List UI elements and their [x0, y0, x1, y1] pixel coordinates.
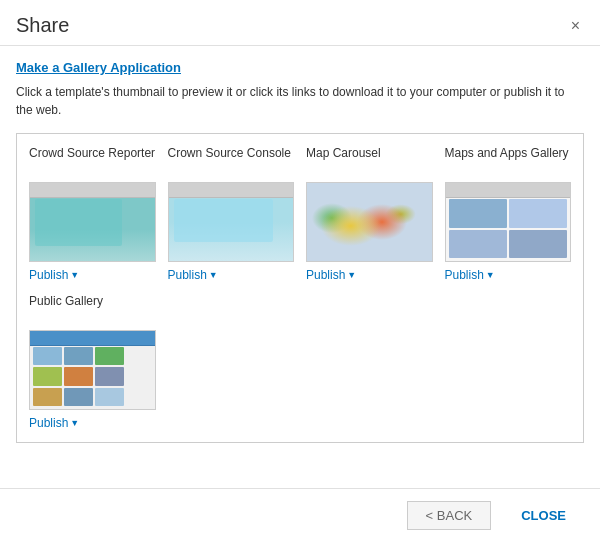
pub-cell-2	[64, 347, 93, 365]
template-thumb-public[interactable]	[29, 330, 156, 410]
pub-cell-6	[95, 367, 124, 385]
thumb-public-grid	[33, 347, 125, 406]
template-public-gallery[interactable]: Public Gallery	[29, 294, 156, 430]
template-crowd-source[interactable]: Crowd Source Reporter Publish ▼	[29, 146, 156, 282]
publish-link-carousel[interactable]: Publish ▼	[306, 268, 433, 282]
share-dialog: Share × Make a Gallery Application Click…	[0, 0, 600, 542]
pub-cell-1	[33, 347, 62, 365]
pub-cell-8	[64, 388, 93, 406]
dialog-header: Share ×	[0, 0, 600, 46]
thumb-cell-4	[509, 230, 567, 259]
publish-link-crowd[interactable]: Publish ▼	[29, 268, 156, 282]
pub-cell-4	[33, 367, 62, 385]
close-button[interactable]: CLOSE	[503, 502, 584, 529]
back-button[interactable]: < BACK	[407, 501, 492, 530]
publish-arrow-carousel: ▼	[347, 270, 356, 280]
template-maps-apps[interactable]: Maps and Apps Gallery Publish ▼	[445, 146, 572, 282]
template-thumb-maps-apps[interactable]	[445, 182, 572, 262]
template-name-crowd: Crowd Source Reporter	[29, 146, 156, 176]
template-name-crown: Crown Source Console	[168, 146, 295, 176]
template-thumb-carousel[interactable]	[306, 182, 433, 262]
templates-row1: Crowd Source Reporter Publish ▼ Crown So…	[29, 146, 571, 282]
pub-cell-3	[95, 347, 124, 365]
template-crown-source[interactable]: Crown Source Console Publish ▼	[168, 146, 295, 282]
publish-arrow-crowd: ▼	[70, 270, 79, 280]
pub-cell-7	[33, 388, 62, 406]
publish-link-maps-apps[interactable]: Publish ▼	[445, 268, 572, 282]
publish-link-crown[interactable]: Publish ▼	[168, 268, 295, 282]
template-name-public: Public Gallery	[29, 294, 156, 324]
template-thumb-crown[interactable]	[168, 182, 295, 262]
template-name-maps-apps: Maps and Apps Gallery	[445, 146, 572, 176]
publish-arrow-crown: ▼	[209, 270, 218, 280]
dialog-body: Make a Gallery Application Click a templ…	[0, 46, 600, 488]
section-title[interactable]: Make a Gallery Application	[16, 60, 584, 75]
publish-link-public[interactable]: Publish ▼	[29, 416, 156, 430]
templates-container: Crowd Source Reporter Publish ▼ Crown So…	[16, 133, 584, 443]
template-thumb-crowd[interactable]	[29, 182, 156, 262]
description-text: Click a template's thumbnail to preview …	[16, 83, 584, 119]
templates-row2: Public Gallery	[29, 294, 571, 430]
dialog-title: Share	[16, 14, 69, 37]
thumb-cell-1	[449, 199, 507, 228]
dialog-footer: < BACK CLOSE	[0, 488, 600, 542]
pub-cell-5	[64, 367, 93, 385]
thumb-maps-apps-grid	[449, 199, 568, 258]
template-name-carousel: Map Carousel	[306, 146, 433, 176]
close-icon[interactable]: ×	[567, 16, 584, 36]
publish-arrow-public: ▼	[70, 418, 79, 428]
publish-arrow-maps-apps: ▼	[486, 270, 495, 280]
thumb-cell-2	[509, 199, 567, 228]
template-map-carousel[interactable]: Map Carousel Publish ▼	[306, 146, 433, 282]
pub-cell-9	[95, 388, 124, 406]
thumb-cell-3	[449, 230, 507, 259]
